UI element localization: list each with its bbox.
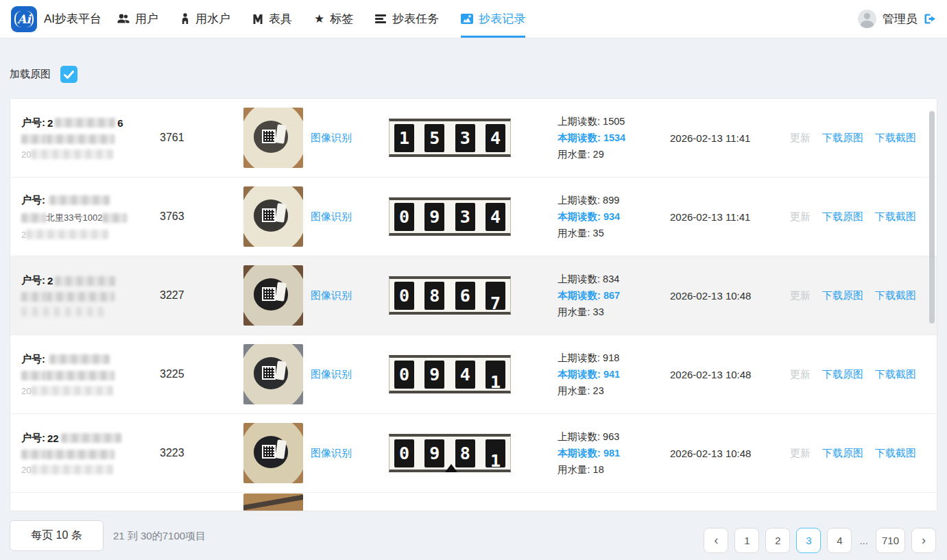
page-size-select[interactable]: 每页 10 条 — [10, 520, 104, 551]
curr-reading-value: 867 — [603, 290, 620, 301]
download-original-link[interactable]: 下载原图 — [822, 447, 863, 460]
recognize-link[interactable]: 图像识别 — [311, 447, 352, 459]
reading-digits-image: 0 9 4 1 — [389, 355, 511, 393]
avatar[interactable] — [858, 10, 876, 28]
download-original-link[interactable]: 下载原图 — [822, 132, 863, 145]
prev-reading-label: 上期读数: — [558, 273, 600, 284]
download-original-link[interactable]: 下载原图 — [822, 289, 863, 302]
list-toolbar: 加载原图 — [10, 66, 77, 83]
person-icon — [180, 13, 190, 25]
page-button-1[interactable]: 1 — [734, 528, 759, 553]
account-label: 户号: — [21, 432, 45, 445]
qr-code — [262, 130, 276, 143]
reading-digits-image: 0 8 6 7 — [389, 276, 511, 315]
curr-reading-label: 本期读数: — [558, 132, 601, 143]
load-original-checkbox[interactable] — [60, 66, 77, 83]
logout-icon — [924, 13, 936, 25]
record-time: 2026-02-13 11:41 — [670, 132, 790, 144]
qr-code — [262, 208, 276, 222]
next-page-button[interactable]: › — [911, 528, 936, 553]
download-screenshot-link[interactable]: 下载截图 — [875, 289, 916, 302]
readings-block: 上期读数: 1505 本期读数: 1534 用水量: 29 — [512, 113, 670, 162]
download-original-link[interactable]: 下载原图 — [822, 368, 863, 381]
download-screenshot-link[interactable]: 下载截图 — [875, 210, 916, 223]
reading-digits-image: 0 9 8 1 — [389, 434, 511, 472]
download-screenshot-link[interactable]: 下载截图 — [875, 368, 916, 381]
redacted-text — [46, 134, 115, 144]
recognize-link[interactable]: 图像识别 — [311, 132, 352, 143]
curr-reading-value: 981 — [603, 448, 620, 459]
update-link[interactable]: 更新 — [790, 368, 811, 381]
meter-photo[interactable] — [243, 344, 303, 404]
nav-item-meters[interactable]: 表具 — [252, 0, 292, 38]
account-number: 户号: 22 — [21, 432, 160, 445]
readings-block: 上期读数: 918 本期读数: 941 用水量: 23 — [512, 350, 670, 399]
account-meta: 20 — [21, 149, 160, 160]
meter-id: 3761 — [160, 132, 243, 144]
page-button-4[interactable]: 4 — [827, 528, 852, 553]
logout-button[interactable] — [924, 13, 936, 25]
nav-item-label: 抄表任务 — [392, 11, 439, 27]
redacted-text — [21, 450, 46, 459]
page-button-2[interactable]: 2 — [765, 528, 790, 553]
nav-item-records[interactable]: 抄表记录 — [461, 0, 525, 38]
download-screenshot-link[interactable]: 下载截图 — [875, 132, 916, 145]
meter-photo[interactable] — [243, 423, 303, 483]
account-address — [21, 371, 160, 380]
redacted-text — [21, 307, 104, 317]
top-navbar: Ai AI抄表平台 用户 用水户 表具 ★ 标签 抄表任务 抄表记录 — [0, 0, 947, 38]
meter-id: 3225 — [160, 368, 243, 380]
account-block: 户号: 20 — [10, 353, 160, 396]
account-block: 户号: 22 20 — [10, 432, 160, 475]
redacted-text — [31, 386, 113, 395]
meter-id: 3227 — [160, 289, 243, 302]
download-original-link[interactable]: 下载原图 — [822, 210, 863, 223]
curr-reading-label: 本期读数: — [558, 448, 601, 459]
page-button-710[interactable]: 710 — [876, 528, 905, 553]
meter-photo[interactable] — [243, 108, 303, 168]
recognize-link[interactable]: 图像识别 — [311, 368, 352, 380]
page-button-3-active[interactable]: 3 — [796, 528, 821, 553]
nav-item-tasks[interactable]: 抄表任务 — [375, 0, 439, 38]
account-label: 户号: — [21, 117, 45, 130]
row-actions: 更新 下载原图 下载截图 — [790, 132, 937, 145]
redacted-text — [46, 292, 115, 302]
redacted-text — [31, 149, 113, 159]
readings-block: 上期读数: 834 本期读数: 867 用水量: 33 — [512, 271, 670, 320]
update-link[interactable]: 更新 — [790, 289, 811, 302]
range-text: 21 到 30的7100项目 — [113, 530, 206, 543]
row-actions: 更新 下载原图 下载截图 — [790, 368, 937, 381]
update-link[interactable]: 更新 — [790, 447, 811, 460]
prev-reading-label: 上期读数: — [558, 116, 600, 127]
meter-photo[interactable] — [243, 186, 303, 247]
row-actions: 更新 下载原图 下载截图 — [790, 447, 937, 460]
page-ellipsis: ... — [858, 535, 870, 546]
load-original-label: 加载原图 — [10, 68, 51, 81]
reading-digits-image: 0 9 3 4 — [389, 197, 511, 236]
prev-reading-value: 963 — [603, 431, 619, 442]
account-meta: 2 — [21, 230, 160, 240]
redacted-text — [61, 433, 121, 443]
update-link[interactable]: 更新 — [790, 210, 811, 223]
curr-reading-value: 934 — [603, 211, 620, 222]
nav-item-water-users[interactable]: 用水户 — [180, 0, 230, 38]
meter-icon — [252, 14, 263, 25]
account-meta — [21, 307, 160, 317]
recognize-link[interactable]: 图像识别 — [311, 210, 352, 222]
usage-value: 33 — [593, 306, 604, 317]
recognize-link[interactable]: 图像识别 — [311, 289, 352, 301]
meter-photo[interactable] — [243, 265, 303, 326]
nav-item-tags[interactable]: ★ 标签 — [314, 0, 353, 38]
redacted-text — [31, 465, 113, 474]
scrollbar[interactable] — [929, 111, 935, 324]
app-logo-icon: Ai — [11, 6, 37, 32]
nav-item-label: 用户 — [135, 11, 158, 27]
curr-reading-label: 本期读数: — [558, 290, 601, 301]
redacted-text — [46, 371, 115, 380]
download-screenshot-link[interactable]: 下载截图 — [875, 447, 916, 460]
prev-page-button[interactable]: ‹ — [704, 528, 728, 553]
record-time: 2026-02-13 10:48 — [670, 290, 790, 302]
prev-reading-value: 1505 — [603, 116, 625, 127]
update-link[interactable]: 更新 — [790, 132, 811, 145]
nav-item-users[interactable]: 用户 — [117, 0, 158, 38]
